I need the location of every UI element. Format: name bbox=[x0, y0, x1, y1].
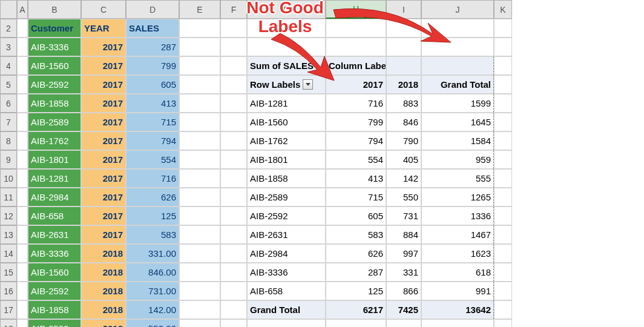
data-year[interactable]: 2017 bbox=[81, 75, 126, 94]
pivot-val-2017[interactable]: 799 bbox=[326, 113, 386, 131]
cell-E10[interactable] bbox=[179, 169, 220, 188]
pivot-val-2017[interactable]: 413 bbox=[326, 169, 386, 188]
cell-A3[interactable] bbox=[17, 38, 28, 56]
pivot-row-label[interactable]: AIB-1560 bbox=[247, 113, 326, 131]
cell-I2[interactable] bbox=[386, 19, 421, 38]
data-customer[interactable]: AIB-1762 bbox=[28, 131, 81, 150]
cell-A5[interactable] bbox=[17, 75, 28, 94]
pivot-val-total[interactable]: 618 bbox=[421, 263, 494, 282]
pivot-row-label[interactable]: AIB-1801 bbox=[247, 150, 326, 169]
pivot-val-total[interactable]: 1336 bbox=[421, 206, 494, 225]
col-header-K[interactable]: K bbox=[494, 0, 512, 19]
cell-K13[interactable] bbox=[494, 225, 512, 244]
cell-K8[interactable] bbox=[494, 131, 512, 150]
pivot-val-2018[interactable]: 331 bbox=[386, 263, 421, 282]
pivot-row-label[interactable]: AIB-2984 bbox=[247, 244, 326, 263]
pivot-val-total[interactable]: 555 bbox=[421, 169, 494, 188]
pivot-val-2018[interactable]: 866 bbox=[386, 282, 421, 300]
data-customer[interactable]: AIB-2631 bbox=[28, 225, 81, 244]
cell-K6[interactable] bbox=[494, 94, 512, 113]
cell-K7[interactable] bbox=[494, 113, 512, 131]
cell-E2[interactable] bbox=[179, 19, 220, 38]
row-labels-dropdown[interactable] bbox=[303, 79, 313, 90]
pivot-val-2018[interactable]: 731 bbox=[386, 206, 421, 225]
cell-K9[interactable] bbox=[494, 150, 512, 169]
col-header-J[interactable]: J bbox=[421, 0, 494, 19]
pivot-val-2018[interactable]: 883 bbox=[386, 94, 421, 113]
data-year[interactable]: 2018 bbox=[81, 282, 126, 300]
cell-A14[interactable] bbox=[17, 244, 28, 263]
data-sales[interactable]: 626 bbox=[126, 188, 179, 206]
data-customer[interactable]: AIB-3336 bbox=[28, 244, 81, 263]
pivot-val-2017[interactable]: 125 bbox=[326, 282, 386, 300]
cell-E6[interactable] bbox=[179, 94, 220, 113]
cell-E4[interactable] bbox=[179, 56, 220, 75]
data-sales[interactable]: 413 bbox=[126, 94, 179, 113]
header-year[interactable]: YEAR bbox=[81, 19, 126, 38]
data-year[interactable]: 2017 bbox=[81, 206, 126, 225]
cell-H2[interactable] bbox=[326, 19, 386, 38]
cell-F9[interactable] bbox=[220, 150, 247, 169]
row-header-17[interactable]: 17 bbox=[0, 300, 17, 319]
cell-K14[interactable] bbox=[494, 244, 512, 263]
pivot-val-2017[interactable]: 626 bbox=[326, 244, 386, 263]
pivot-val-2018[interactable]: 405 bbox=[386, 150, 421, 169]
row-header-14[interactable]: 14 bbox=[0, 244, 17, 263]
row-header-18[interactable]: 18 bbox=[0, 319, 17, 327]
pivot-row-label[interactable]: AIB-2631 bbox=[247, 225, 326, 244]
data-year[interactable]: 2017 bbox=[81, 94, 126, 113]
cell-F12[interactable] bbox=[220, 206, 247, 225]
row-header-10[interactable]: 10 bbox=[0, 169, 17, 188]
pivot-val-2018[interactable]: 884 bbox=[386, 225, 421, 244]
cell-A18[interactable] bbox=[17, 319, 28, 327]
data-sales[interactable]: 142.00 bbox=[126, 300, 179, 319]
pivot-row-label[interactable]: AIB-2589 bbox=[247, 188, 326, 206]
data-customer[interactable]: AIB-2589 bbox=[28, 319, 81, 327]
cell-F2[interactable] bbox=[220, 19, 247, 38]
col-header-I[interactable]: I bbox=[386, 0, 421, 19]
data-year[interactable]: 2017 bbox=[81, 131, 126, 150]
row-header-8[interactable]: 8 bbox=[0, 131, 17, 150]
cell-K16[interactable] bbox=[494, 282, 512, 300]
row-header-3[interactable]: 3 bbox=[0, 38, 17, 56]
data-sales[interactable]: 605 bbox=[126, 75, 179, 94]
pivot-val-total[interactable]: 1645 bbox=[421, 113, 494, 131]
data-sales[interactable]: 794 bbox=[126, 131, 179, 150]
cell-K15[interactable] bbox=[494, 263, 512, 282]
data-sales[interactable]: 583 bbox=[126, 225, 179, 244]
cell-A4[interactable] bbox=[17, 56, 28, 75]
pivot-val-2018[interactable]: 790 bbox=[386, 131, 421, 150]
cell-A10[interactable] bbox=[17, 169, 28, 188]
data-customer[interactable]: AIB-1858 bbox=[28, 94, 81, 113]
cell-F5[interactable] bbox=[220, 75, 247, 94]
cell-F4[interactable] bbox=[220, 56, 247, 75]
cell-E11[interactable] bbox=[179, 188, 220, 206]
pivot-row-label[interactable]: AIB-1281 bbox=[247, 94, 326, 113]
cell-G18[interactable] bbox=[247, 319, 326, 327]
cell-H3[interactable] bbox=[326, 38, 386, 56]
data-year[interactable]: 2017 bbox=[81, 188, 126, 206]
row-header-2[interactable]: 2 bbox=[0, 19, 17, 38]
cell-A9[interactable] bbox=[17, 150, 28, 169]
cell-K3[interactable] bbox=[494, 38, 512, 56]
cell-F16[interactable] bbox=[220, 282, 247, 300]
cell-E15[interactable] bbox=[179, 263, 220, 282]
cell-E13[interactable] bbox=[179, 225, 220, 244]
cell-F15[interactable] bbox=[220, 263, 247, 282]
select-all-corner[interactable] bbox=[0, 0, 17, 19]
data-sales[interactable]: 731.00 bbox=[126, 282, 179, 300]
data-year[interactable]: 2018 bbox=[81, 300, 126, 319]
cell-I18[interactable] bbox=[386, 319, 421, 327]
col-header-B[interactable]: B bbox=[28, 0, 81, 19]
pivot-row-label[interactable]: AIB-2592 bbox=[247, 206, 326, 225]
cell-F11[interactable] bbox=[220, 188, 247, 206]
pivot-grandtotal-2017[interactable]: 6217 bbox=[326, 300, 386, 319]
cell-K5[interactable] bbox=[494, 75, 512, 94]
cell-A12[interactable] bbox=[17, 206, 28, 225]
cell-A11[interactable] bbox=[17, 188, 28, 206]
data-customer[interactable]: AIB-1858 bbox=[28, 300, 81, 319]
cell-F18[interactable] bbox=[220, 319, 247, 327]
data-year[interactable]: 2017 bbox=[81, 38, 126, 56]
cell-K2[interactable] bbox=[494, 19, 512, 38]
cell-A6[interactable] bbox=[17, 94, 28, 113]
